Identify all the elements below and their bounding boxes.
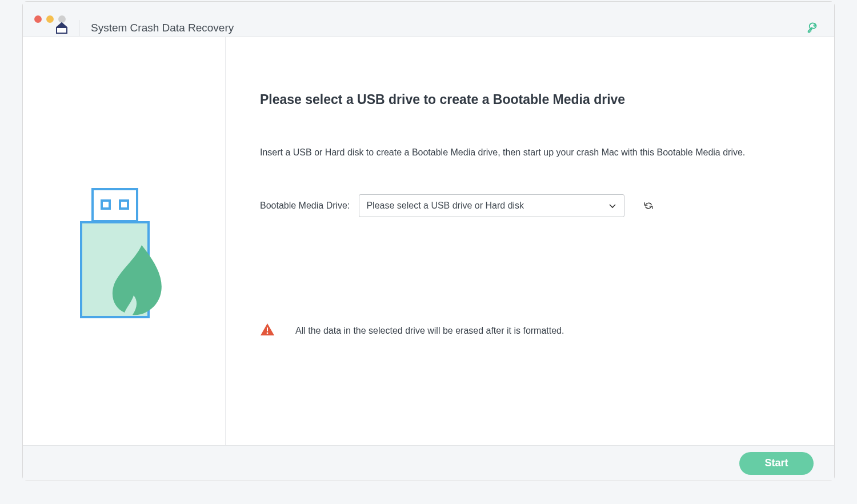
activation-key-button[interactable]	[804, 19, 820, 35]
drive-select-label: Bootable Media Drive:	[260, 201, 350, 211]
drive-select-value: Please select a USB drive or Hard disk	[366, 201, 524, 211]
key-icon	[806, 21, 819, 34]
usb-drive-illustration	[80, 188, 166, 327]
footer: Start	[23, 445, 834, 481]
instruction-text: Insert a USB or Hard disk to create a Bo…	[260, 147, 800, 158]
start-button[interactable]: Start	[739, 452, 814, 475]
svg-rect-5	[267, 327, 268, 331]
warning-icon	[260, 323, 275, 339]
drive-select-dropdown[interactable]: Please select a USB drive or Hard disk	[359, 194, 624, 217]
svg-point-6	[267, 333, 269, 334]
svg-rect-2	[102, 201, 110, 209]
refresh-icon	[643, 200, 654, 211]
main-panel: Please select a USB drive to create a Bo…	[226, 37, 834, 445]
body: Please select a USB drive to create a Bo…	[23, 37, 834, 445]
warning-text: All the data in the selected drive will …	[295, 326, 564, 336]
drive-select-row: Bootable Media Drive: Please select a US…	[260, 194, 800, 217]
svg-rect-1	[93, 189, 137, 221]
home-icon	[55, 21, 69, 35]
refresh-button[interactable]	[640, 198, 656, 214]
app-window: System Crash Data Recovery	[22, 1, 835, 481]
home-button[interactable]	[54, 20, 70, 36]
warning-row: All the data in the selected drive will …	[260, 323, 564, 339]
sidebar	[23, 37, 226, 445]
svg-rect-3	[120, 201, 128, 209]
chevron-down-icon	[609, 201, 616, 211]
title-separator	[79, 20, 79, 36]
main-heading: Please select a USB drive to create a Bo…	[260, 92, 800, 107]
page-title: System Crash Data Recovery	[91, 22, 234, 34]
usb-icon	[80, 188, 166, 325]
svg-rect-0	[57, 27, 67, 33]
